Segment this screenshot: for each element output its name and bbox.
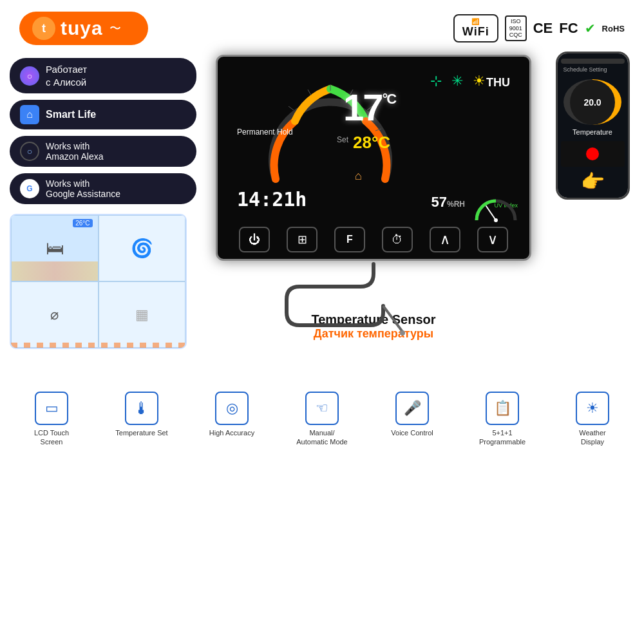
google-text: Works with Google Assistance [46, 178, 120, 199]
alice-icon: ○ [20, 66, 39, 86]
svg-point-8 [494, 218, 498, 222]
fahrenheit-button[interactable]: F [334, 227, 365, 252]
lcd-label: LCD TouchScreen [34, 428, 69, 447]
humidity-display: 57%RH [431, 194, 466, 211]
smart-life-badge: ⌂ Smart Life [10, 100, 196, 129]
heat-lines [11, 343, 185, 348]
weather-label: WeatherDisplay [579, 428, 605, 447]
device-screen: ⊹ ✳ ☀ THU Permanent Hold ⌂ 17°C Set 28°C… [216, 55, 531, 261]
phone-screen: Schedule Setting 20.0 Temperature 👉 [558, 53, 628, 198]
floor-cell-person: 🛏 26°C [11, 215, 99, 281]
feature-voice: 🎤 Voice Control [374, 392, 451, 437]
alexa-text: Works with Amazon Alexa [46, 141, 104, 162]
phone-body: Schedule Setting 20.0 Temperature 👉 [556, 52, 630, 200]
cert-icons: 📶 WiFi ISO9001CQC CE FC ✔ RoHS [453, 14, 625, 43]
feature-weather: ☀ WeatherDisplay [554, 392, 631, 447]
phone-gauge: 20.0 [564, 79, 621, 125]
weather-icon: ☀ [576, 392, 609, 425]
svg-line-1 [308, 90, 311, 95]
svg-point-10 [400, 330, 405, 336]
voice-label: Voice Control [391, 428, 433, 437]
temp-set-label: Temperature Set [115, 428, 167, 437]
alice-text: Работает с Алисой [46, 63, 87, 88]
mode-icon: ☜ [305, 392, 339, 425]
permanent-hold-label: Permanent Hold [237, 128, 293, 137]
left-panel: ○ Работает с Алисой ⌂ Smart Life ○ Works… [10, 52, 196, 386]
phone-gauge-inner: 20.0 [570, 80, 615, 125]
phone-red-dot [586, 147, 599, 160]
feature-lcd: ▭ LCD TouchScreen [13, 392, 90, 447]
tuya-logo: t tuya 〜 [19, 12, 148, 45]
tuya-icon: t [32, 17, 55, 40]
smart-life-label: Smart Life [46, 109, 96, 120]
power-button[interactable]: ⏻ [239, 227, 270, 252]
down-button[interactable]: ∨ [477, 227, 508, 252]
time-display: 14:21h [237, 188, 307, 211]
home-center-icon: ⌂ [355, 169, 362, 183]
smart-life-icon: ⌂ [20, 105, 39, 124]
floor-cell-mat: ▦ [99, 281, 186, 348]
wind-icon: ⊹ [430, 73, 442, 90]
sensor-cable [216, 261, 531, 338]
feature-accuracy: ◎ High Accuracy [193, 392, 270, 437]
thermostat-device: ⊹ ✳ ☀ THU Permanent Hold ⌂ 17°C Set 28°C… [206, 52, 541, 386]
program-icon: 📋 [486, 392, 519, 425]
rohs-badge: RoHS [602, 24, 625, 33]
alexa-badge: ○ Works with Amazon Alexa [10, 136, 196, 167]
fc-badge: FC [559, 20, 578, 37]
day-display: THU [486, 76, 510, 90]
mode-label: Manual/Automatic Mode [296, 428, 347, 447]
feature-temp-set: 🌡 Temperature Set [103, 392, 180, 437]
set-temperature: 28°C [353, 133, 390, 153]
iso-badge: ISO9001CQC [505, 15, 527, 41]
floor-heating-illustration: 🛏 26°C 🌀 ⌀ ▦ [10, 214, 187, 349]
ce-badge: CE [533, 20, 553, 37]
wifi-badge: 📶 WiFi [453, 14, 498, 43]
phone-temp-text: Temperature [573, 128, 612, 136]
main-temperature: 17°C [343, 86, 395, 129]
google-badge: G Works with Google Assistance [10, 173, 196, 204]
temp-set-icon: 🌡 [125, 392, 158, 425]
weather-icons: ⊹ ✳ ☀ [430, 73, 486, 90]
wifi-wave-icon: 〜 [109, 21, 121, 36]
phone-container: Schedule Setting 20.0 Temperature 👉 [551, 52, 634, 386]
google-icon: G [20, 179, 39, 198]
feature-programmable: 📋 5+1+1Programmable [464, 392, 541, 447]
timer-button[interactable]: ⏱ [382, 227, 413, 252]
alice-badge: ○ Работает с Алисой [10, 58, 196, 93]
svg-line-9 [383, 306, 402, 332]
lcd-icon: ▭ [35, 392, 68, 425]
feature-mode: ☜ Manual/Automatic Mode [283, 392, 361, 447]
middle-section: ○ Работает с Алисой ⌂ Smart Life ○ Works… [0, 52, 644, 386]
phone-bottom-area [561, 141, 625, 167]
floor-cell-pipe: ⌀ [11, 281, 99, 348]
voice-icon: 🎤 [395, 392, 429, 425]
alexa-icon: ○ [20, 142, 39, 161]
phone-top-bar [561, 59, 625, 64]
accuracy-label: High Accuracy [209, 428, 254, 437]
program-label: 5+1+1Programmable [479, 428, 526, 447]
sun-icon: ☀ [473, 73, 486, 90]
menu-button[interactable]: ⊞ [287, 227, 317, 252]
up-button[interactable]: ∧ [430, 227, 460, 252]
floor-cell-roll: 🌀 [99, 215, 186, 281]
header: t tuya 〜 📶 WiFi ISO9001CQC CE FC ✔ RoHS [0, 0, 644, 52]
phone-finger-icon: 👉 [581, 170, 605, 193]
accuracy-icon: ◎ [215, 392, 249, 425]
svg-line-7 [486, 206, 496, 220]
features-row: ▭ LCD TouchScreen 🌡 Temperature Set ◎ Hi… [0, 386, 644, 447]
cable-svg [216, 261, 531, 338]
set-label: Set [337, 135, 348, 144]
tuya-text: tuya [61, 17, 103, 39]
fan-icon: ✳ [451, 73, 463, 90]
svg-line-2 [289, 106, 294, 110]
uv-gauge [470, 194, 522, 223]
rohs-check-icon: ✔ [585, 21, 596, 36]
control-buttons-row: ⏻ ⊞ F ⏱ ∧ ∨ [218, 227, 529, 252]
phone-schedule-label: Schedule Setting [561, 66, 625, 73]
